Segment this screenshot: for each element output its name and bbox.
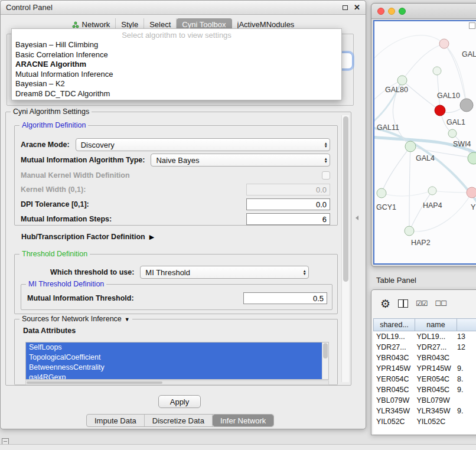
mi-steps-label: Mutual Information Steps: (21, 215, 112, 223)
mi-threshold-definition-group: MI Threshold Definition Mutual Informati… (21, 284, 332, 310)
float-window-icon[interactable] (343, 5, 348, 10)
table-row[interactable]: YLR345WYLR345W9. (373, 406, 476, 416)
network-node-label: Y (471, 203, 476, 211)
mi-type-combobox[interactable]: Naive Bayes ▲▼ (151, 154, 330, 167)
network-node[interactable] (377, 188, 386, 198)
table-cell: YIL052C (373, 416, 414, 427)
network-edge (409, 191, 432, 231)
combo-arrows-icon: ▲▼ (322, 142, 328, 148)
table-row[interactable]: YBR043CYBR043C (373, 353, 476, 363)
control-panel-titlebar[interactable]: Control Panel ✕ (1, 1, 366, 15)
table-cell: YBL079W (414, 395, 455, 406)
popup-item[interactable]: Bayesian – Hill Climbing (12, 40, 341, 50)
settings-scrollbar-thumb[interactable] (343, 116, 348, 282)
show-columns-icon[interactable] (398, 299, 408, 308)
network-node[interactable] (435, 105, 445, 116)
table-row[interactable]: YDR27...YDR27...12 (373, 342, 476, 353)
popup-item[interactable]: Mutual Information Inference (12, 70, 341, 80)
network-node[interactable] (467, 187, 476, 198)
zoom-traffic-light-icon[interactable] (399, 8, 406, 15)
table-toolbar: ⚙ ☑☑ ☐☐ (371, 290, 476, 317)
table-cell: YER054C (373, 374, 414, 384)
mi-steps-row: Mutual Information Steps: 6 (21, 212, 330, 226)
bottom-tab-discretize-data[interactable]: Discretize Data (145, 415, 213, 426)
attribute-item[interactable]: BetweennessCentrality (26, 363, 328, 373)
network-node[interactable] (448, 129, 457, 138)
manual-kernel-checkbox[interactable] (322, 171, 330, 180)
attributes-list-hscrollbar[interactable] (25, 380, 329, 385)
table-row[interactable]: YBL079WYBL079W (373, 395, 476, 406)
network-node-label: HAP4 (423, 201, 442, 210)
bottom-tab-bar: Impute DataDiscretize DataInfer Network (86, 414, 274, 427)
bottom-tab-impute-data[interactable]: Impute Data (87, 415, 145, 426)
network-edge (382, 191, 432, 196)
kernel-width-label: Kernel Width (0,1): (21, 185, 86, 194)
network-edge (409, 146, 410, 231)
data-attributes-list[interactable]: SelfLoopsTopologicalCoefficientBetweenne… (25, 342, 329, 380)
table-row[interactable]: YBR045CYBR045C9. (373, 384, 476, 395)
which-threshold-combobox[interactable]: MI Threshold ▲▼ (140, 266, 309, 279)
table-row[interactable]: YIL052CYIL052C (373, 416, 476, 427)
network-node[interactable] (439, 39, 449, 48)
combo-arrows-icon: ▲▼ (322, 157, 328, 163)
birdseye-toggle[interactable] (469, 22, 475, 29)
network-node[interactable] (405, 141, 416, 152)
popup-item[interactable]: Basic Correlation Inference (12, 50, 341, 60)
dpi-tolerance-field[interactable]: 0.0 (246, 198, 330, 210)
desktop: Control Panel ✕ NetworkStyleSelectCyni T… (0, 0, 476, 450)
popup-item[interactable]: Dream8 DC_TDC Algorithm (12, 89, 341, 99)
bottom-tab-infer-network[interactable]: Infer Network (213, 415, 273, 426)
table-column-header[interactable]: shared... (373, 318, 415, 331)
table-row[interactable]: YPR145WYPR145W9. (373, 363, 476, 374)
attributes-list-scrollbar[interactable] (322, 343, 328, 379)
network-node[interactable] (468, 152, 476, 164)
manual-kernel-row: Manual Kernel Width Definition (21, 168, 330, 182)
table-column-header[interactable] (457, 318, 476, 331)
attributes-list-scrollbar-thumb[interactable] (323, 343, 328, 358)
table-cell: 9. (454, 384, 476, 395)
attribute-item[interactable]: SelfLoops (26, 343, 328, 353)
attribute-item[interactable]: TopologicalCoefficient (26, 353, 328, 363)
unselect-all-columns-icon[interactable]: ☐☐ (435, 299, 447, 308)
table-column-header[interactable]: name (415, 318, 457, 331)
mi-threshold-field[interactable]: 0.5 (243, 292, 327, 304)
network-canvas[interactable]: GALGAL80GAL10GAL11GAL1SWI4GAL4GCY1HAP4YH… (373, 20, 476, 265)
network-window-titlebar[interactable] (371, 4, 476, 19)
table-settings-gear-icon[interactable]: ⚙ (380, 298, 390, 309)
splitter-collapse-icon[interactable] (356, 216, 358, 220)
window-buttons: ✕ (343, 5, 360, 11)
apply-button[interactable]: Apply (158, 395, 201, 408)
settings-scrollbar[interactable] (341, 115, 349, 382)
sources-group-title[interactable]: Sources for Network Inference▼ (19, 315, 132, 323)
table-cell: YER054C (414, 374, 455, 384)
table-cell: 9. (454, 406, 476, 416)
algorithm-definition-group: Algorithm Definition Aracne Mode: Discov… (14, 125, 338, 226)
network-edge (382, 146, 410, 193)
attributes-list-hscrollbar-thumb[interactable] (27, 381, 162, 384)
table-row[interactable]: YDL19...YDL19...13 (373, 331, 476, 342)
settings-group-title: Cyni Algorithm Settings (11, 107, 92, 116)
minimize-traffic-light-icon[interactable] (388, 8, 395, 15)
select-all-columns-icon[interactable]: ☑☑ (416, 299, 428, 308)
table-row[interactable]: YER054CYER054C8. (373, 374, 476, 384)
network-node[interactable] (433, 67, 441, 75)
network-node[interactable] (405, 226, 414, 236)
table-cell: YPR145W (414, 363, 455, 374)
network-node[interactable] (460, 99, 473, 112)
close-window-icon[interactable]: ✕ (354, 5, 360, 11)
tab-label: Network (82, 20, 110, 29)
table-cell: YBR045C (414, 384, 455, 395)
close-traffic-light-icon[interactable] (377, 8, 384, 15)
combo-arrows-icon: ▲▼ (301, 269, 307, 275)
kernel-width-field[interactable]: 0.0 (246, 184, 330, 195)
mi-steps-field[interactable]: 6 (246, 213, 330, 225)
network-node[interactable] (397, 76, 407, 85)
network-node[interactable] (428, 187, 436, 195)
popup-item[interactable]: Bayesian – K2 (12, 79, 341, 89)
attribute-item[interactable]: gal4RGexp (26, 373, 328, 380)
hub-definition-toggle[interactable]: Hub/Transcription Factor Definition ▶ (21, 231, 154, 242)
data-attributes-label: Data Attributes (23, 327, 76, 335)
popup-item[interactable]: ARACNE Algorithm (12, 60, 341, 70)
aracne-mode-combobox[interactable]: Discovery ▲▼ (76, 138, 330, 151)
table-cell: YBR043C (373, 353, 414, 363)
